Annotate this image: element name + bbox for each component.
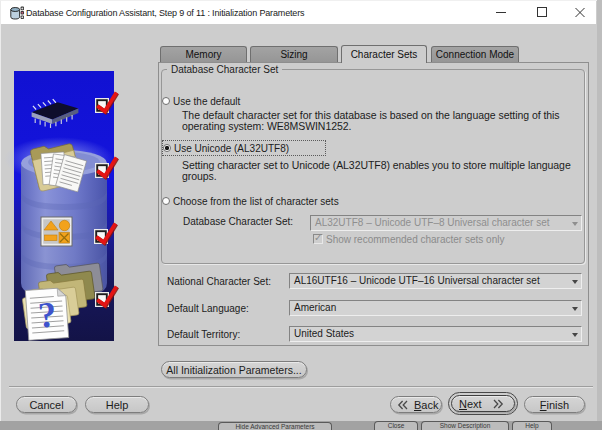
svg-text:?: ? [37,294,58,335]
